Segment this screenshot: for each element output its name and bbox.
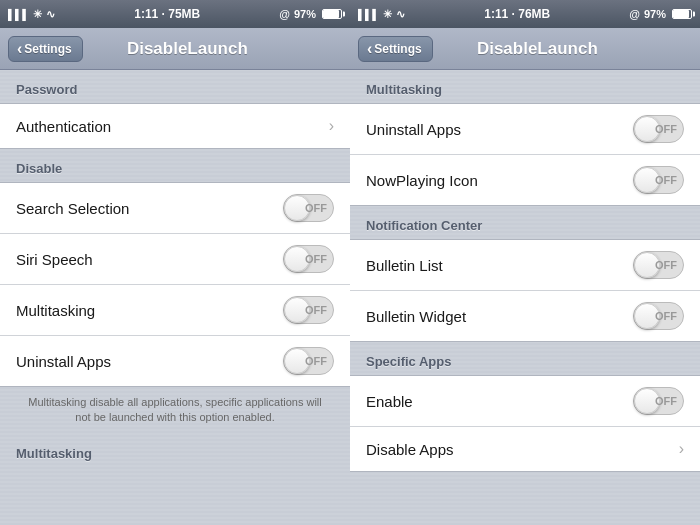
status-right-icons: @ 97% <box>279 8 342 20</box>
toggle-uninstall-apps-2[interactable]: OFF <box>633 115 684 143</box>
toggle-label-uninstall-apps: OFF <box>305 355 327 367</box>
star-icon-right: ✳ <box>383 8 392 21</box>
status-time-right: 1:11 · 76MB <box>484 7 550 21</box>
label-siri-speech: Siri Speech <box>16 251 93 268</box>
row-authentication[interactable]: Authentication › <box>0 104 350 148</box>
label-search-selection: Search Selection <box>16 200 129 217</box>
nav-bar-right: Settings DisableLaunch <box>350 28 700 70</box>
battery-icon-left <box>322 9 342 19</box>
toggle-label-enable: OFF <box>655 395 677 407</box>
toggle-label-bulletin-list: OFF <box>655 259 677 271</box>
toggle-label-siri-speech: OFF <box>305 253 327 265</box>
label-nowplaying-icon: NowPlaying Icon <box>366 172 478 189</box>
row-multitasking[interactable]: Multitasking OFF <box>0 285 350 336</box>
nav-bar-left: Settings DisableLaunch <box>0 28 350 70</box>
signal-icon-right: ▌▌▌ <box>358 9 379 20</box>
settings-group-notification-center: Bulletin List OFF Bulletin Widget OFF <box>350 239 700 342</box>
section-header-disable: Disable <box>0 149 350 182</box>
toggle-enable[interactable]: OFF <box>633 387 684 415</box>
right-panel: ▌▌▌ ✳ ∿ 1:11 · 76MB @ 97% Settings Disab… <box>350 0 700 525</box>
toggle-multitasking[interactable]: OFF <box>283 296 334 324</box>
status-right-left-icons: ▌▌▌ ✳ ∿ <box>358 8 405 21</box>
section-header-specific-apps: Specific Apps <box>350 342 700 375</box>
row-disable-apps[interactable]: Disable Apps › <box>350 427 700 471</box>
star-icon: ✳ <box>33 8 42 21</box>
wifi-icon: ∿ <box>46 8 55 21</box>
row-siri-speech[interactable]: Siri Speech OFF <box>0 234 350 285</box>
section-header-notification-center: Notification Center <box>350 206 700 239</box>
toggle-label-search-selection: OFF <box>305 202 327 214</box>
status-bar-right: ▌▌▌ ✳ ∿ 1:11 · 76MB @ 97% <box>350 0 700 28</box>
back-button-right[interactable]: Settings <box>358 36 433 62</box>
toggle-nowplaying-icon[interactable]: OFF <box>633 166 684 194</box>
nav-title-right: DisableLaunch <box>433 39 642 59</box>
row-label-authentication: Authentication <box>16 118 111 135</box>
row-right-disable-apps: › <box>679 440 684 458</box>
row-bulletin-widget[interactable]: Bulletin Widget OFF <box>350 291 700 341</box>
battery-percent-left: 97% <box>294 8 316 20</box>
toggle-bulletin-widget[interactable]: OFF <box>633 302 684 330</box>
label-uninstall-apps-2: Uninstall Apps <box>366 121 461 138</box>
toggle-label-nowplaying-icon: OFF <box>655 174 677 186</box>
section-header-password: Password <box>0 70 350 103</box>
content-right: Multitasking Uninstall Apps OFF NowPlayi… <box>350 70 700 525</box>
settings-group-disable: Search Selection OFF Siri Speech OFF Mul… <box>0 182 350 387</box>
toggle-label-uninstall-apps-2: OFF <box>655 123 677 135</box>
toggle-label-bulletin-widget: OFF <box>655 310 677 322</box>
status-time-left: 1:11 · 75MB <box>134 7 200 21</box>
row-uninstall-apps-2[interactable]: Uninstall Apps OFF <box>350 104 700 155</box>
at-icon-right: @ <box>629 8 640 20</box>
wifi-icon-right: ∿ <box>396 8 405 21</box>
toggle-search-selection[interactable]: OFF <box>283 194 334 222</box>
nav-title-left: DisableLaunch <box>83 39 292 59</box>
battery-percent-right: 97% <box>644 8 666 20</box>
left-panel: ▌▌▌ ✳ ∿ 1:11 · 75MB @ 97% Settings Disab… <box>0 0 350 525</box>
settings-group-password: Authentication › <box>0 103 350 149</box>
toggle-label-multitasking: OFF <box>305 304 327 316</box>
back-button-left[interactable]: Settings <box>8 36 83 62</box>
label-bulletin-widget: Bulletin Widget <box>366 308 466 325</box>
label-multitasking: Multitasking <box>16 302 95 319</box>
row-nowplaying-icon[interactable]: NowPlaying Icon OFF <box>350 155 700 205</box>
row-bulletin-list[interactable]: Bulletin List OFF <box>350 240 700 291</box>
row-right-authentication: › <box>329 117 334 135</box>
settings-group-multitasking: Uninstall Apps OFF NowPlaying Icon OFF <box>350 103 700 206</box>
chevron-icon-authentication: › <box>329 117 334 135</box>
status-left-icons: ▌▌▌ ✳ ∿ <box>8 8 55 21</box>
label-disable-apps: Disable Apps <box>366 441 454 458</box>
signal-icon: ▌▌▌ <box>8 9 29 20</box>
row-search-selection[interactable]: Search Selection OFF <box>0 183 350 234</box>
toggle-uninstall-apps[interactable]: OFF <box>283 347 334 375</box>
disable-footer-note: Multitasking disable all applications, s… <box>0 387 350 434</box>
content-left: Password Authentication › Disable Search… <box>0 70 350 525</box>
label-bulletin-list: Bulletin List <box>366 257 443 274</box>
settings-group-specific-apps: Enable OFF Disable Apps › <box>350 375 700 472</box>
status-bar-left: ▌▌▌ ✳ ∿ 1:11 · 75MB @ 97% <box>0 0 350 28</box>
row-enable[interactable]: Enable OFF <box>350 376 700 427</box>
section-header-multitasking-right: Multitasking <box>350 70 700 103</box>
at-icon: @ <box>279 8 290 20</box>
label-uninstall-apps: Uninstall Apps <box>16 353 111 370</box>
row-uninstall-apps[interactable]: Uninstall Apps OFF <box>0 336 350 386</box>
toggle-siri-speech[interactable]: OFF <box>283 245 334 273</box>
status-right-right-icons: @ 97% <box>629 8 692 20</box>
section-header-multitasking-left: Multitasking <box>0 434 350 467</box>
toggle-bulletin-list[interactable]: OFF <box>633 251 684 279</box>
battery-icon-right <box>672 9 692 19</box>
chevron-icon-disable-apps: › <box>679 440 684 458</box>
label-enable: Enable <box>366 393 413 410</box>
